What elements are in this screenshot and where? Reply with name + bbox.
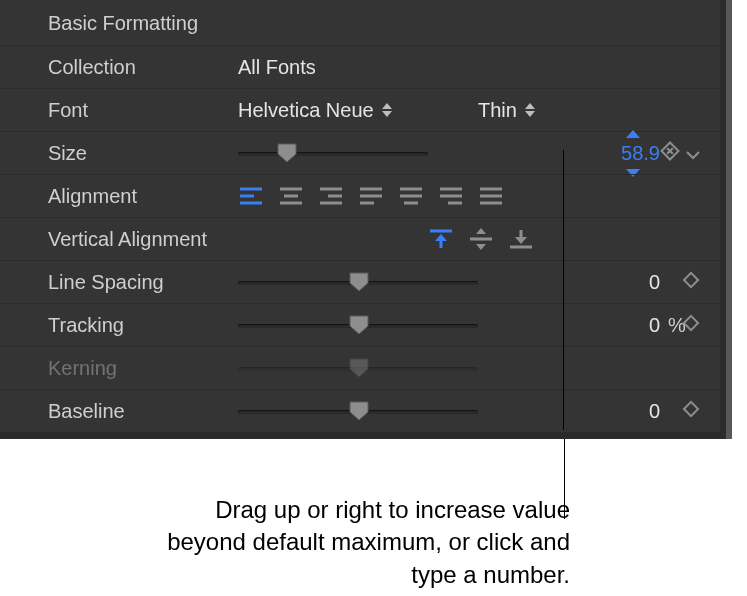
row-collection: Collection All Fonts: [0, 45, 720, 88]
line-spacing-slider[interactable]: [238, 272, 478, 292]
row-line-spacing: Line Spacing 0: [0, 260, 720, 303]
stepper-caret-icon: [525, 103, 535, 117]
svg-marker-1: [382, 111, 392, 117]
svg-rect-39: [684, 272, 698, 286]
size-label: Size: [48, 142, 238, 165]
collection-value: All Fonts: [238, 56, 316, 79]
keyframe-diamond-button[interactable]: [682, 271, 700, 294]
align-justify-right-button[interactable]: [438, 186, 464, 206]
font-family-value: Helvetica Neue: [238, 99, 374, 122]
inspector-panel: Basic Formatting Collection All Fonts Fo…: [0, 0, 726, 439]
tracking-label: Tracking: [48, 314, 238, 337]
svg-marker-31: [435, 234, 447, 241]
slider-thumb-icon[interactable]: [276, 142, 298, 164]
row-baseline: Baseline 0: [0, 389, 720, 433]
svg-rect-40: [684, 315, 698, 329]
align-justify-center-button[interactable]: [398, 186, 424, 206]
font-label: Font: [48, 99, 238, 122]
kerning-label: Kerning: [48, 357, 238, 380]
line-spacing-value-field[interactable]: 0: [560, 271, 660, 294]
kerning-slider: [238, 358, 478, 378]
align-center-button[interactable]: [278, 186, 304, 206]
baseline-value-field[interactable]: 0: [560, 400, 660, 423]
slider-track: [238, 152, 428, 156]
callout-text: Drag up or right to increase value beyon…: [130, 494, 570, 591]
valign-top-button[interactable]: [428, 228, 454, 250]
add-keyframe-button[interactable]: [660, 141, 680, 166]
keyframe-diamond-button[interactable]: [682, 400, 700, 423]
row-tracking: Tracking 0 %: [0, 303, 720, 346]
slider-thumb-icon[interactable]: [348, 400, 370, 422]
align-justify-left-button[interactable]: [358, 186, 384, 206]
size-value-field[interactable]: 58.9: [560, 142, 660, 165]
svg-rect-41: [684, 401, 698, 415]
valign-bottom-button[interactable]: [508, 228, 534, 250]
align-justify-all-button[interactable]: [478, 186, 504, 206]
row-font: Font Helvetica Neue Thin: [0, 88, 720, 131]
svg-marker-4: [626, 130, 640, 138]
alignment-group: [238, 186, 504, 206]
svg-marker-35: [476, 244, 486, 250]
callout: Drag up or right to increase value beyon…: [0, 439, 720, 596]
row-kerning: Kerning: [0, 346, 720, 389]
font-style-value: Thin: [478, 99, 517, 122]
tracking-slider[interactable]: [238, 315, 478, 335]
align-right-button[interactable]: [318, 186, 344, 206]
keyframe-diamond-button[interactable]: [682, 314, 700, 337]
tracking-value-field[interactable]: 0: [560, 314, 660, 337]
value-stepper-icon[interactable]: [626, 130, 640, 177]
line-spacing-label: Line Spacing: [48, 271, 238, 294]
alignment-label: Alignment: [48, 185, 238, 208]
collection-select[interactable]: All Fonts: [238, 56, 316, 79]
size-slider[interactable]: [238, 143, 428, 163]
font-style-select[interactable]: Thin: [478, 99, 535, 122]
valign-middle-button[interactable]: [468, 228, 494, 250]
collection-label: Collection: [48, 56, 238, 79]
slider-thumb-icon: [348, 357, 370, 379]
align-left-button[interactable]: [238, 186, 264, 206]
slider-thumb-icon[interactable]: [348, 314, 370, 336]
valign-group: [428, 228, 534, 250]
row-alignment: Alignment: [0, 174, 720, 217]
svg-marker-37: [515, 237, 527, 244]
svg-marker-33: [476, 228, 486, 234]
slider-thumb-icon[interactable]: [348, 271, 370, 293]
svg-marker-3: [525, 111, 535, 117]
row-vertical-alignment: Vertical Alignment: [0, 217, 720, 260]
svg-marker-2: [525, 103, 535, 109]
font-family-select[interactable]: Helvetica Neue: [238, 99, 438, 122]
callout-leader-line: [563, 150, 564, 430]
section-title: Basic Formatting: [0, 0, 720, 45]
stepper-caret-icon: [382, 103, 392, 117]
baseline-label: Baseline: [48, 400, 238, 423]
valign-label: Vertical Alignment: [48, 228, 238, 251]
keyframe-menu-button[interactable]: [686, 142, 700, 165]
baseline-slider[interactable]: [238, 401, 478, 421]
row-size: Size 58.9: [0, 131, 720, 174]
svg-marker-0: [382, 103, 392, 109]
